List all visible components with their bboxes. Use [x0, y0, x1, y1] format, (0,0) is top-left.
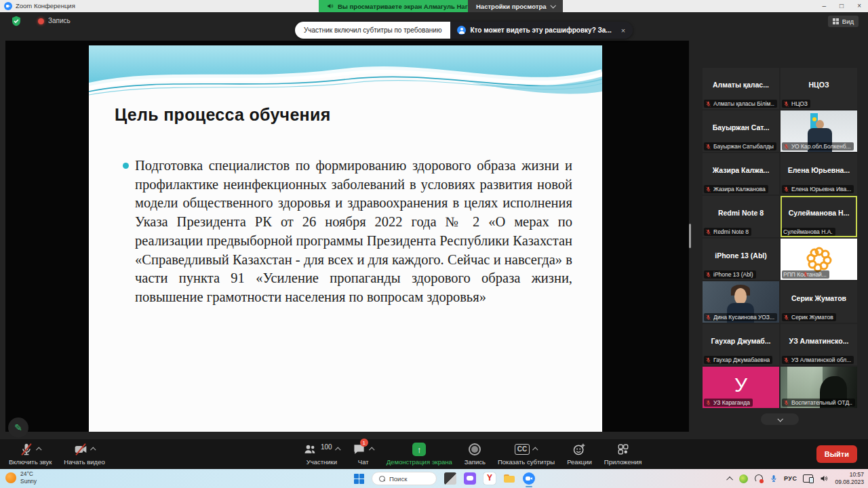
- antivirus-tray-icon[interactable]: [739, 474, 748, 483]
- meeting-toolbar: Включить звук Начать видео 100 Участники…: [0, 439, 868, 469]
- weather-widget[interactable]: 24°C Sunny: [5, 470, 37, 485]
- chat-button[interactable]: 1 Чат: [347, 439, 380, 469]
- shared-screen-stage: Цель процесса обучения Подготовка специа…: [5, 41, 689, 432]
- clock[interactable]: 10:57 09.08.2023: [835, 471, 864, 485]
- participant-tile-active-speaker[interactable]: Сулейманова Н... Сулейманова Н.А.: [781, 196, 857, 237]
- participant-name: Жазира Калжа...: [703, 153, 779, 186]
- participant-tile[interactable]: Алматы қалас... Алматы қаласы Білім...: [703, 68, 779, 109]
- security-shield-icon[interactable]: [11, 16, 22, 26]
- logo-letter: У: [703, 369, 779, 400]
- search-icon: [379, 476, 385, 482]
- unmute-label: Включить звук: [9, 458, 52, 466]
- participant-tile[interactable]: Жазира Калжа... Жазира Калжанова: [703, 153, 779, 195]
- language-indicator[interactable]: РУС: [784, 475, 797, 482]
- search-label: Поиск: [389, 475, 407, 483]
- participant-tile-logo[interactable]: У УЗ Караганда: [703, 367, 779, 408]
- volume-tray-icon[interactable]: [819, 474, 829, 483]
- file-explorer-icon[interactable]: [503, 472, 515, 485]
- participant-name: Елена Юрьевна...: [781, 153, 857, 186]
- participant-tile[interactable]: Серик Жуматов Серик Жуматов: [781, 281, 857, 323]
- participants-button[interactable]: 100 Участники: [297, 439, 347, 469]
- muted-mic-icon: [705, 357, 711, 363]
- muted-mic-icon: [705, 144, 711, 150]
- participant-tile-video[interactable]: УО Кар.обл.Болкенб...: [781, 110, 857, 152]
- transcript-question-text: Кто может видеть эту расшифровку? За...: [470, 26, 611, 34]
- start-video-button[interactable]: Начать видео: [58, 439, 111, 469]
- cast-tray-icon[interactable]: [803, 474, 813, 483]
- participant-label: iPhone 13 (Abl): [713, 271, 753, 278]
- sync-tray-icon[interactable]: [754, 474, 764, 483]
- chevron-up-icon[interactable]: [369, 447, 374, 452]
- teams-chat-icon[interactable]: [464, 472, 476, 485]
- share-screen-icon: ↑: [412, 443, 426, 456]
- task-view-icon[interactable]: [444, 472, 456, 485]
- chevron-up-icon[interactable]: [36, 447, 41, 452]
- unmute-button[interactable]: Включить звук: [3, 439, 58, 469]
- tray-expand-icon[interactable]: [726, 476, 733, 483]
- muted-mic-icon: [783, 144, 789, 150]
- participant-name: iPhone 13 (Abl): [703, 239, 779, 272]
- transcript-question-button[interactable]: Кто может видеть эту расшифровку? За...: [450, 22, 618, 39]
- participant-tile-video[interactable]: Дина Кусаинова УОЗ...: [703, 281, 779, 323]
- apps-button[interactable]: Приложения: [598, 439, 648, 469]
- maximize-button[interactable]: □: [840, 0, 844, 12]
- participant-label: Серик Жуматов: [791, 314, 833, 321]
- muted-mic-icon: [783, 314, 789, 321]
- participant-tile-video[interactable]: Воспитательный ОТД...: [781, 367, 857, 408]
- reactions-label: Реакции: [567, 458, 592, 466]
- participant-tile[interactable]: НЦОЗ НЦОЗ: [781, 68, 857, 109]
- muted-mic-icon: [705, 314, 711, 321]
- chevron-up-icon[interactable]: [90, 447, 96, 452]
- apps-label: Приложения: [604, 458, 642, 466]
- recording-indicator-icon: [38, 18, 44, 24]
- view-button[interactable]: Вид: [828, 16, 859, 27]
- more-participants-button[interactable]: [761, 413, 799, 425]
- mic-tray-icon[interactable]: [770, 474, 778, 483]
- participant-tile[interactable]: УЗ Алматинско... УЗ Алматинской обл...: [781, 324, 857, 365]
- participant-tile[interactable]: Redmi Note 8 Redmi Note 8: [703, 196, 779, 237]
- participant-name: УЗ Алматинско...: [781, 324, 857, 357]
- close-button[interactable]: ×: [857, 0, 861, 12]
- participant-label: Елена Юрьевна Ива...: [791, 186, 851, 192]
- chat-label: Чат: [358, 458, 369, 466]
- zoom-app-icon: [4, 2, 12, 10]
- show-subtitles-button[interactable]: CC Показать субтитры: [492, 439, 561, 469]
- participant-tile-logo[interactable]: РПП Костанай...: [781, 239, 857, 280]
- muted-mic-icon: [802, 272, 808, 278]
- yandex-browser-icon[interactable]: [484, 472, 496, 485]
- pencil-icon: ✎: [14, 422, 22, 433]
- notification-close-button[interactable]: ×: [618, 22, 633, 39]
- subtitle-notification: Участник включил субтитры по требованию …: [295, 22, 633, 39]
- leave-button[interactable]: Выйти: [816, 445, 857, 463]
- participant-tile[interactable]: Гаухар Джумаб... Гаухар Джумабаевна: [703, 324, 779, 365]
- share-screen-button[interactable]: ↑ Демонстрация экрана: [380, 439, 458, 469]
- participant-tile[interactable]: iPhone 13 (Abl) iPhone 13 (Abl): [703, 239, 779, 280]
- chevron-down-icon: [777, 416, 783, 422]
- start-button[interactable]: [354, 474, 364, 484]
- participant-label: Бауыржан Сатыбалды: [713, 143, 774, 150]
- minimize-button[interactable]: –: [823, 0, 827, 12]
- participant-label: Жазира Калжанова: [713, 186, 766, 192]
- reactions-button[interactable]: Реакции: [561, 439, 598, 469]
- chevron-up-icon[interactable]: [335, 447, 340, 452]
- participant-tile[interactable]: Бауыржан Сат... Бауыржан Сатыбалды: [703, 110, 779, 152]
- panel-resize-handle[interactable]: [689, 224, 691, 248]
- clock-date: 09.08.2023: [835, 479, 864, 485]
- muted-mic-icon: [783, 101, 789, 107]
- zoom-taskbar-icon[interactable]: [523, 472, 535, 485]
- chat-badge: 1: [360, 439, 368, 447]
- view-settings-label: Настройки просмотра: [476, 3, 546, 10]
- smiley-icon: [572, 443, 586, 456]
- muted-mic-icon: [783, 357, 789, 363]
- participant-name: Гаухар Джумаб...: [703, 324, 779, 357]
- view-settings-button[interactable]: Настройки просмотра: [468, 0, 563, 12]
- cc-icon: CC: [515, 444, 530, 455]
- chevron-up-icon[interactable]: [532, 447, 538, 452]
- subtitle-info-text: Участник включил субтитры по требованию: [295, 22, 450, 39]
- participant-name: Серик Жуматов: [781, 281, 857, 314]
- participant-tile[interactable]: Елена Юрьевна... Елена Юрьевна Ива...: [781, 153, 857, 195]
- annotate-button[interactable]: ✎: [8, 418, 28, 438]
- taskbar-search[interactable]: Поиск: [372, 472, 437, 485]
- record-icon: [469, 443, 481, 455]
- record-button[interactable]: Запись: [458, 439, 492, 469]
